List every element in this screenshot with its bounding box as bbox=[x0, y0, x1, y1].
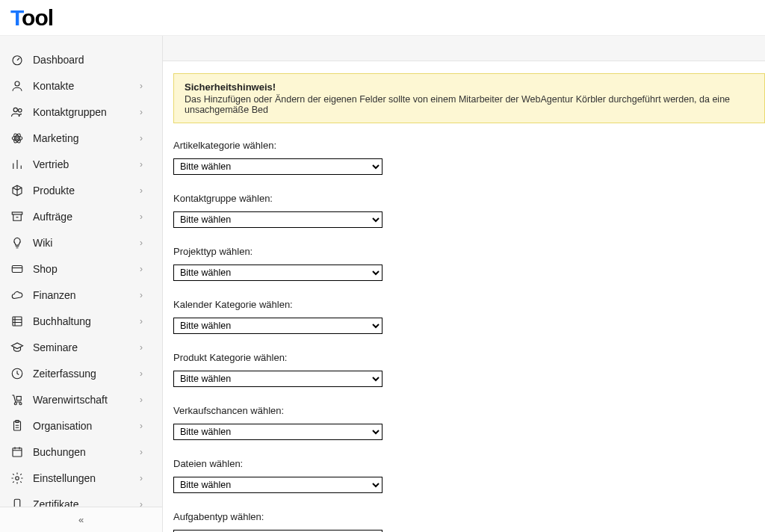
field-label: Artikelkategorie wählen: bbox=[173, 140, 765, 151]
sidebar-item-einstellungen[interactable]: Einstellungen› bbox=[0, 465, 162, 491]
chevron-right-icon: › bbox=[140, 133, 152, 143]
svg-rect-9 bbox=[12, 265, 22, 272]
sidebar-item-wiki[interactable]: Wiki› bbox=[0, 229, 162, 256]
svg-point-5 bbox=[12, 136, 22, 140]
app-header: Tool bbox=[0, 0, 765, 36]
sidebar-item-label: Finanzen bbox=[33, 289, 140, 301]
svg-point-12 bbox=[14, 402, 16, 404]
gauge-icon bbox=[10, 53, 24, 66]
logo-accent: T bbox=[10, 5, 22, 30]
sidebar-item-label: Kontaktgruppen bbox=[33, 106, 140, 118]
sidebar-item-label: Marketing bbox=[33, 132, 140, 144]
sidebar-item-seminare[interactable]: Seminare› bbox=[0, 334, 162, 360]
field-select-1[interactable]: Bitte wählen bbox=[173, 211, 382, 228]
sidebar: DashboardKontakte›Kontaktgruppen›Marketi… bbox=[0, 36, 163, 532]
warning-body: Das Hinzufügen oder Ändern der eigenen F… bbox=[185, 94, 754, 115]
chevron-right-icon: › bbox=[140, 342, 152, 353]
sidebar-item-label: Kontakte bbox=[33, 80, 140, 92]
sidebar-item-zeiterfassung[interactable]: Zeiterfassung› bbox=[0, 360, 162, 386]
chevron-right-icon: › bbox=[140, 499, 152, 507]
sidebar-item-label: Zeiterfassung bbox=[33, 368, 140, 380]
field-label: Aufgabentyp wählen: bbox=[173, 511, 765, 522]
field-group-6: Dateien wählen:Bitte wählen bbox=[173, 458, 765, 507]
field-group-3: Kalender Kategorie wählen:Bitte wählen bbox=[173, 299, 765, 347]
field-select-3[interactable]: Bitte wählen bbox=[173, 318, 382, 334]
sidebar-item-dashboard[interactable]: Dashboard bbox=[0, 46, 162, 72]
svg-rect-17 bbox=[13, 448, 22, 456]
field-label: Kontaktgruppe wählen: bbox=[173, 193, 765, 204]
field-label: Dateien wählen: bbox=[173, 458, 765, 469]
chevron-right-icon: › bbox=[140, 316, 152, 327]
device-icon bbox=[10, 498, 24, 507]
ledger-icon bbox=[10, 315, 24, 328]
security-warning: Sicherheitshinweis! Das Hinzufügen oder … bbox=[173, 73, 765, 123]
card-icon bbox=[10, 262, 24, 276]
field-group-7: Aufgabentyp wählen:Bitte wählen bbox=[173, 511, 765, 532]
chevron-right-icon: › bbox=[140, 264, 152, 274]
sidebar-item-finanzen[interactable]: Finanzen› bbox=[0, 282, 162, 308]
field-select-5[interactable]: Bitte wählen bbox=[173, 424, 382, 440]
chevron-right-icon: › bbox=[140, 395, 152, 405]
svg-rect-19 bbox=[14, 499, 20, 507]
sidebar-item-organisation[interactable]: Organisation› bbox=[0, 412, 162, 439]
atom-icon bbox=[10, 132, 24, 145]
svg-point-2 bbox=[13, 108, 17, 111]
chevron-right-icon: › bbox=[140, 211, 152, 222]
chevron-right-icon: › bbox=[140, 238, 152, 248]
sidebar-item-label: Aufträge bbox=[33, 211, 140, 223]
content-topbar bbox=[163, 36, 765, 61]
sidebar-item-label: Dashboard bbox=[33, 54, 152, 66]
gear-icon bbox=[10, 471, 24, 485]
warning-title: Sicherheitshinweis! bbox=[185, 81, 754, 93]
clipboard-icon bbox=[10, 419, 24, 433]
app-logo: Tool bbox=[10, 5, 53, 31]
field-label: Kalender Kategorie wählen: bbox=[173, 299, 765, 310]
sidebar-item-label: Produkte bbox=[33, 185, 140, 197]
field-select-4[interactable]: Bitte wählen bbox=[173, 371, 382, 387]
sidebar-item-vertrieb[interactable]: Vertrieb› bbox=[0, 151, 162, 177]
sidebar-item-label: Wiki bbox=[33, 237, 140, 249]
sidebar-item-buchungen[interactable]: Buchungen› bbox=[0, 439, 162, 465]
field-group-2: Projekttyp wählen:Bitte wählen bbox=[173, 246, 765, 294]
sidebar-collapse-button[interactable]: « bbox=[0, 507, 162, 532]
sidebar-item-label: Zertifikate bbox=[33, 498, 140, 507]
sidebar-item-label: Shop bbox=[33, 263, 140, 275]
main-content: Sicherheitshinweis! Das Hinzufügen oder … bbox=[163, 36, 765, 532]
field-group-1: Kontaktgruppe wählen:Bitte wählen bbox=[173, 193, 765, 241]
sidebar-item-auftr-ge[interactable]: Aufträge› bbox=[0, 203, 162, 229]
svg-rect-14 bbox=[16, 396, 21, 400]
svg-point-13 bbox=[19, 402, 22, 404]
bulb-icon bbox=[10, 236, 24, 250]
field-select-6[interactable]: Bitte wählen bbox=[173, 477, 382, 493]
sidebar-item-warenwirtschaft[interactable]: Warenwirtschaft› bbox=[0, 386, 162, 412]
sidebar-item-shop[interactable]: Shop› bbox=[0, 256, 162, 282]
chevron-right-icon: › bbox=[140, 368, 152, 379]
field-label: Produkt Kategorie wählen: bbox=[173, 352, 765, 363]
sidebar-item-kontaktgruppen[interactable]: Kontaktgruppen› bbox=[0, 99, 162, 125]
archive-icon bbox=[10, 210, 24, 223]
sidebar-item-label: Warenwirtschaft bbox=[33, 394, 140, 406]
cal-icon bbox=[10, 445, 24, 459]
svg-point-3 bbox=[19, 108, 22, 112]
user-icon bbox=[10, 79, 24, 93]
bars-icon bbox=[10, 158, 24, 171]
field-group-5: Verkaufschancen wählen:Bitte wählen bbox=[173, 405, 765, 454]
sidebar-item-marketing[interactable]: Marketing› bbox=[0, 125, 162, 151]
sidebar-item-zertifikate[interactable]: Zertifikate› bbox=[0, 491, 162, 507]
sidebar-item-buchhaltung[interactable]: Buchhaltung› bbox=[0, 308, 162, 334]
svg-point-1 bbox=[15, 81, 19, 86]
sidebar-item-label: Einstellungen bbox=[33, 472, 140, 484]
sidebar-item-produkte[interactable]: Produkte› bbox=[0, 177, 162, 203]
chevron-left-double-icon: « bbox=[78, 514, 84, 525]
svg-point-4 bbox=[16, 137, 19, 139]
field-label: Projekttyp wählen: bbox=[173, 246, 765, 257]
field-select-0[interactable]: Bitte wählen bbox=[173, 158, 382, 175]
field-label: Verkaufschancen wählen: bbox=[173, 405, 765, 416]
chevron-right-icon: › bbox=[140, 81, 152, 91]
svg-rect-8 bbox=[12, 212, 22, 214]
sidebar-item-kontakte[interactable]: Kontakte› bbox=[0, 72, 162, 99]
dolly-icon bbox=[10, 393, 24, 406]
logo-rest: ool bbox=[22, 5, 53, 30]
field-select-2[interactable]: Bitte wählen bbox=[173, 265, 382, 281]
cube-icon bbox=[10, 184, 24, 197]
